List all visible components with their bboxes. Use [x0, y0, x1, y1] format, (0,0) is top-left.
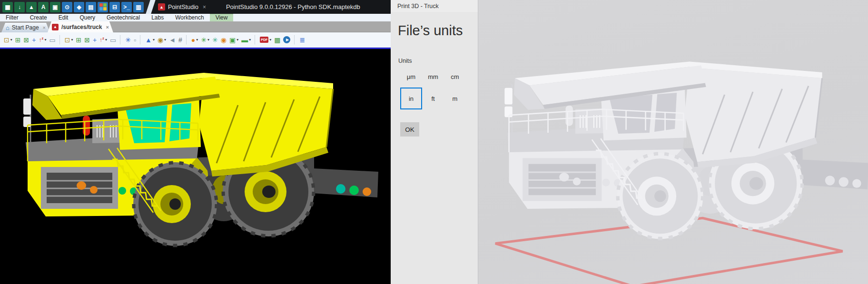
dropdown-arrow-icon[interactable]: ▾ — [44, 38, 46, 42]
doc-tab-label: /surfaces/truck — [61, 24, 102, 30]
menu-workbench[interactable]: Workbench — [169, 14, 209, 21]
dropdown-arrow-icon[interactable]: ▾ — [249, 38, 251, 42]
toolbar-separator — [294, 35, 296, 44]
avatar-icon[interactable]: ◉ — [219, 34, 228, 46]
pin-icon[interactable]: ⊙ — [62, 2, 72, 12]
titlebar-right: ▲ PointStudio × PointStudio 9.0.0.12926 … — [150, 0, 391, 14]
home-icon: ⌂ — [6, 24, 10, 31]
menu-labs[interactable]: Labs — [146, 14, 169, 21]
import-icon[interactable]: ↓ — [14, 2, 25, 12]
look-down-z-icon[interactable]: ↑z▾ — [37, 34, 48, 46]
doc-tab-start-page[interactable]: ⌂Start Page× — [1, 23, 50, 32]
close-icon[interactable]: × — [43, 25, 46, 30]
window-title: PointStudio 9.0.0.12926 - Python SDK.map… — [226, 3, 360, 10]
dropdown-arrow-icon[interactable]: ▾ — [237, 38, 238, 42]
dropdown-arrow-icon[interactable]: ▾ — [207, 38, 209, 42]
ok-button[interactable]: OK — [400, 122, 419, 137]
grid-icon-glyph: # — [178, 37, 182, 43]
report-icon[interactable]: ▦ — [2, 2, 13, 12]
menu-filter[interactable]: Filter — [0, 14, 24, 21]
document-icon[interactable]: ▤ — [86, 2, 96, 12]
snap-icon-glyph: ✳ — [212, 37, 218, 43]
pointstudio-logo-icon: ▲ — [158, 3, 165, 10]
structure-icon[interactable]: ▣ — [50, 2, 60, 12]
dock-window-icon[interactable]: ▫ — [132, 34, 138, 46]
solids-icon[interactable]: ◆ — [74, 2, 84, 12]
new-view-icon[interactable]: ▭ — [48, 34, 57, 46]
print3d-dialog: Print 3D - Truck File’s units Units μm m… — [391, 0, 478, 284]
lighting-icon[interactable]: ◉▾ — [156, 34, 168, 46]
view-cube-2-icon-glyph: ⊡ — [65, 37, 70, 43]
unit-option-ft[interactable]: ft — [422, 88, 444, 109]
zoom-extents-2-icon[interactable]: ⊞ — [74, 34, 83, 46]
zoom-window-icon[interactable]: ⊠ — [22, 34, 30, 46]
toolbar-separator — [255, 35, 256, 44]
measure-icon[interactable]: ▬▾ — [240, 34, 252, 46]
avatar-icon-glyph: ◉ — [221, 37, 227, 43]
layer-list-icon[interactable]: ≣ — [298, 34, 306, 46]
play-animation-icon[interactable]: ▶ — [282, 34, 292, 46]
points-icon[interactable]: ✳▾ — [199, 34, 211, 46]
screen: ▦↓▲A▣⊙◆▤⊟>_▥ ▲ PointStudio × PointStudio… — [0, 0, 868, 284]
north-arrow-icon[interactable]: ▲▾ — [144, 34, 156, 46]
terrain-icon[interactable]: ▲ — [26, 2, 37, 12]
view-cube-2-icon[interactable]: ⊡▾ — [63, 34, 75, 46]
pick-icon[interactable]: + — [30, 34, 37, 46]
dropdown-arrow-icon[interactable]: ▾ — [153, 38, 155, 42]
play-animation-icon-glyph: ▶ — [283, 36, 290, 43]
unit-option-in[interactable]: in — [400, 88, 422, 109]
dropdown-arrow-icon[interactable]: ▾ — [105, 38, 107, 42]
shell-icon[interactable]: ▥ — [133, 2, 144, 12]
titlebar: ▦↓▲A▣⊙◆▤⊟>_▥ ▲ PointStudio × PointStudio… — [0, 0, 391, 14]
close-icon[interactable]: × — [203, 4, 206, 10]
menu-create[interactable]: Create — [24, 14, 53, 21]
3d-viewport[interactable] — [0, 49, 391, 284]
menu-view[interactable]: View — [210, 14, 234, 21]
pointstudio-logo-icon: ▲ — [52, 24, 59, 30]
unit-grid: μm mm cm in ft m — [400, 66, 466, 109]
label-icon[interactable]: A — [38, 2, 49, 12]
dropdown-arrow-icon[interactable]: ▾ — [269, 38, 271, 42]
unit-option-mm[interactable]: mm — [422, 66, 444, 88]
print3d-preview[interactable] — [478, 0, 868, 284]
screenshot-icon[interactable]: ▩ — [273, 34, 282, 46]
look-down-z-2-icon[interactable]: ↑z▾ — [98, 34, 108, 46]
windows-logo-grid — [99, 3, 107, 10]
sound-icon[interactable]: ◄ — [168, 34, 177, 46]
windows-logo-icon[interactable] — [98, 2, 108, 12]
unit-option-um[interactable]: μm — [400, 66, 422, 88]
doc-tab--surfaces-truck[interactable]: ▲/surfaces/truck× — [48, 21, 113, 32]
dropdown-arrow-icon[interactable]: ▾ — [196, 38, 198, 42]
zoom-window-2-icon[interactable]: ⊠ — [83, 34, 91, 46]
close-icon[interactable]: × — [106, 24, 108, 30]
window-layout-icon[interactable]: ▣▾ — [228, 34, 240, 46]
pick-2-icon[interactable]: + — [91, 34, 98, 46]
app-tab-label: PointStudio — [168, 4, 198, 10]
snap-icon[interactable]: ✳ — [211, 34, 219, 46]
export-pdf-icon[interactable]: PDF▾ — [258, 34, 273, 46]
console-icon[interactable]: >_ — [121, 2, 132, 12]
print-layout-icon[interactable]: ⊟ — [109, 2, 120, 12]
unit-option-m[interactable]: m — [444, 88, 466, 109]
unit-option-cm[interactable]: cm — [444, 66, 466, 88]
view-cube-icon[interactable]: ⊡▾ — [2, 34, 14, 46]
titlebar-quick-icons: ▦↓▲A▣⊙◆▤⊟>_▥ — [0, 0, 144, 14]
new-view-icon-glyph: ▭ — [49, 37, 55, 43]
dropdown-arrow-icon[interactable]: ▾ — [164, 38, 166, 42]
render-sphere-icon[interactable]: ●▾ — [190, 34, 199, 46]
dropdown-arrow-icon[interactable]: ▾ — [71, 38, 73, 42]
zoom-extents-icon-glyph: ⊞ — [15, 37, 21, 43]
view-cube-icon-glyph: ⊡ — [4, 37, 10, 43]
menu-query[interactable]: Query — [74, 14, 101, 21]
app-tab-pointstudio[interactable]: ▲ PointStudio × — [154, 0, 210, 14]
menu-edit[interactable]: Edit — [53, 14, 74, 21]
refresh-view-icon[interactable]: ✳ — [124, 34, 132, 46]
toolbar-separator — [59, 35, 61, 44]
new-view-2-icon[interactable]: ▭ — [108, 34, 118, 46]
grid-icon[interactable]: # — [177, 34, 184, 46]
toolbar: ⊡▾⊞⊠+↑z▾▭⊡▾⊞⊠+↑z▾▭✳▫▲▾◉▾◄#●▾✳▾✳◉▣▾▬▾PDF▾… — [0, 32, 391, 48]
zoom-extents-icon[interactable]: ⊞ — [14, 34, 22, 46]
print3d-window: Print 3D - Truck File’s units Units μm m… — [391, 0, 868, 284]
menu-geotechnical[interactable]: Geotechnical — [101, 14, 146, 21]
dropdown-arrow-icon[interactable]: ▾ — [10, 38, 12, 42]
